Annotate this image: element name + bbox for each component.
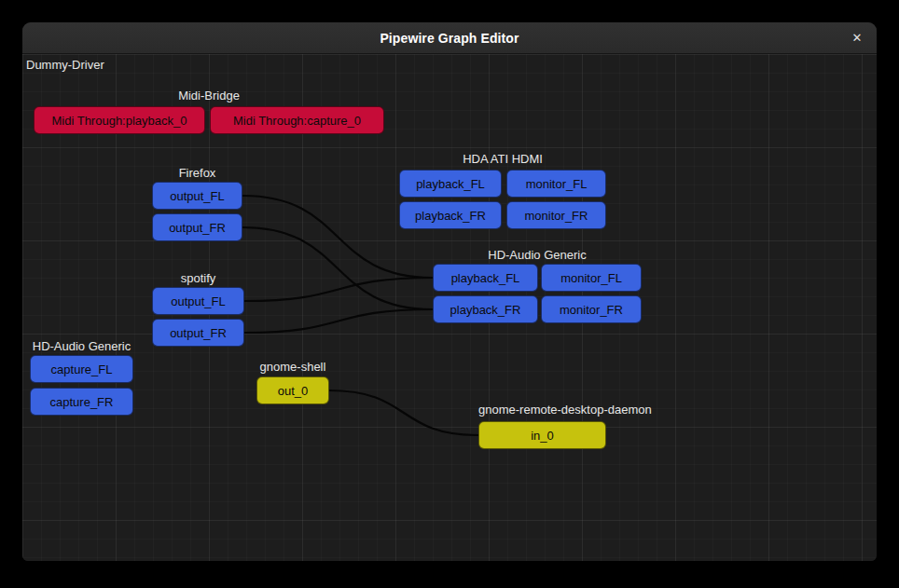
hd-audio-generic-capture-label: HD-Audio Generic bbox=[23, 339, 140, 353]
app-window: Pipewire Graph Editor ✕ Dummy-DriverMidi… bbox=[22, 22, 877, 561]
hdmi-playback-fl-port[interactable]: playback_FL bbox=[399, 170, 502, 198]
titlebar[interactable]: Pipewire Graph Editor ✕ bbox=[22, 22, 877, 54]
midi-bridge-label: Midi-Bridge bbox=[34, 89, 384, 103]
gnome-remote-desktop-daemon-label: gnome-remote-desktop-daemon bbox=[478, 403, 679, 417]
hd-monitor-fr-port[interactable]: monitor_FR bbox=[541, 295, 642, 323]
wire-firefox-output-fr-to-hd-playback-fr[interactable] bbox=[242, 227, 433, 309]
window-title: Pipewire Graph Editor bbox=[380, 31, 519, 46]
firefox-output-fr-port[interactable]: output_FR bbox=[152, 213, 242, 241]
hd-monitor-fl-port[interactable]: monitor_FL bbox=[541, 264, 642, 292]
hdmi-playback-fr-port[interactable]: playback_FR bbox=[399, 201, 502, 229]
hd-capture-fl-port[interactable]: capture_FL bbox=[30, 355, 133, 383]
hd-playback-fr-port[interactable]: playback_FR bbox=[433, 295, 538, 323]
firefox-label: Firefox bbox=[152, 166, 242, 180]
graph-canvas[interactable]: Dummy-DriverMidi-BridgeMidi Through:play… bbox=[22, 54, 877, 561]
midi-through-capture-0-port[interactable]: Midi Through:capture_0 bbox=[210, 106, 384, 134]
spotify-label: spotify bbox=[152, 271, 244, 285]
wire-spotify-output-fr-to-hd-playback-fr[interactable] bbox=[244, 309, 433, 333]
gnome-shell-out-0-port[interactable]: out_0 bbox=[256, 376, 329, 404]
close-button[interactable]: ✕ bbox=[847, 28, 867, 48]
spotify-output-fr-port[interactable]: output_FR bbox=[152, 319, 244, 347]
gnome-shell-label: gnome-shell bbox=[252, 360, 334, 374]
hd-playback-fl-port[interactable]: playback_FL bbox=[433, 264, 538, 292]
wire-gnome-shell-out-0-to-grd-in-0[interactable] bbox=[329, 390, 478, 435]
hda-ati-hdmi-label: HDA ATI HDMI bbox=[399, 152, 606, 166]
firefox-output-fl-port[interactable]: output_FL bbox=[152, 182, 242, 210]
hdmi-monitor-fl-port[interactable]: monitor_FL bbox=[506, 170, 606, 198]
close-icon: ✕ bbox=[852, 31, 863, 45]
spotify-output-fl-port[interactable]: output_FL bbox=[152, 287, 244, 315]
hd-audio-generic-playback-label: HD-Audio Generic bbox=[433, 248, 642, 262]
hdmi-monitor-fr-port[interactable]: monitor_FR bbox=[506, 201, 606, 229]
dummy-driver-label: Dummy-Driver bbox=[26, 58, 104, 72]
midi-through-playback-0-port[interactable]: Midi Through:playback_0 bbox=[34, 106, 205, 134]
hd-capture-fr-port[interactable]: capture_FR bbox=[30, 388, 133, 416]
grd-in-0-port[interactable]: in_0 bbox=[478, 421, 606, 449]
wire-spotify-output-fl-to-hd-playback-fl[interactable] bbox=[244, 278, 433, 301]
